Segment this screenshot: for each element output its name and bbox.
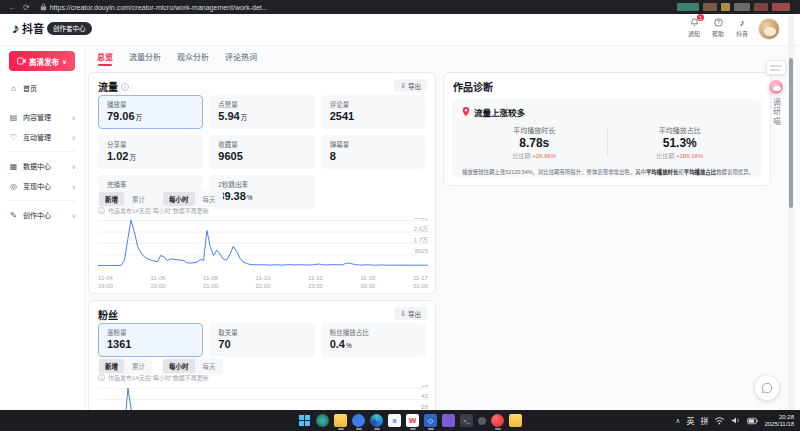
tab-group-olive[interactable] xyxy=(721,3,730,11)
svg-text:56: 56 xyxy=(421,385,428,388)
tab-traffic-analysis[interactable]: 流量分析 xyxy=(129,51,161,66)
chevron-down-icon: ∨ xyxy=(72,163,76,170)
battery-icon[interactable] xyxy=(747,417,758,425)
tab-group-red[interactable] xyxy=(772,3,790,11)
small-utility-icon[interactable] xyxy=(478,417,486,425)
metric-tile-bounce-rate[interactable]: 2秒跳出率 39.38% xyxy=(209,175,314,209)
browser-back-icon[interactable]: ← xyxy=(8,3,16,12)
taskbar-clock[interactable]: 20:28 2025/11/18 xyxy=(764,414,794,428)
svg-text:1.7万: 1.7万 xyxy=(414,237,428,244)
metric-tile-fan-play-ratio[interactable]: 粉丝播放占比 0.4% xyxy=(321,323,426,357)
wifi-icon[interactable] xyxy=(714,416,725,425)
metric-value: 1.02万 xyxy=(107,150,194,164)
tab-comment-hotwords[interactable]: 评论热词 xyxy=(225,51,257,66)
publish-button[interactable]: 高清发布 ∨ xyxy=(9,51,75,71)
tab-new[interactable]: 新增 xyxy=(99,192,124,206)
sidebar-item-data-center[interactable]: ▦ 数据中心 ∨ xyxy=(0,156,85,176)
windows-logo-icon xyxy=(299,415,310,426)
douyin-logo[interactable]: ♪ 抖音 创作者中心 xyxy=(12,20,92,36)
fans-export-button[interactable]: ⇩ 导出 xyxy=(394,307,427,320)
tab-daily[interactable]: 每天 xyxy=(197,359,222,373)
ime-english-indicator[interactable]: 英 xyxy=(686,415,694,426)
survey-cat-icon[interactable] xyxy=(768,79,784,95)
metric-value: 8.78s xyxy=(462,136,607,150)
tab-cumulative[interactable]: 累计 xyxy=(126,192,151,206)
browser-extension-blocks[interactable] xyxy=(677,3,790,11)
browser-globe-icon[interactable] xyxy=(352,414,365,427)
folder-app-icon[interactable] xyxy=(509,414,522,427)
tab-hourly[interactable]: 每小时 xyxy=(163,359,195,373)
survey-tooltip[interactable] xyxy=(766,60,786,75)
search-app-icon[interactable] xyxy=(316,414,329,427)
help-button[interactable]: ? 帮助 xyxy=(712,17,724,38)
brand-text: 抖音 xyxy=(22,20,44,36)
metric-label: 播放量 xyxy=(107,99,194,109)
purple-app-icon[interactable] xyxy=(442,414,455,427)
tab-daily[interactable]: 每天 xyxy=(197,192,222,206)
sidebar-item-monetization[interactable]: ◎ 变现中心 ∨ xyxy=(0,176,85,196)
notification-button[interactable]: 1 通知 xyxy=(688,17,700,38)
metric-tile-new-followers[interactable]: 涨粉量 1361 xyxy=(98,323,203,357)
metric-tile-plays[interactable]: 播放量 79.06万 xyxy=(98,95,203,129)
browser-refresh-icon[interactable]: ⟳ xyxy=(23,3,30,12)
sidebar-item-label: 创作中心 xyxy=(23,210,72,220)
fans-card-title: 粉丝 xyxy=(98,307,118,322)
survey-widget-label[interactable]: 调研喵 xyxy=(771,98,782,127)
terminal-icon[interactable]: >_ xyxy=(460,414,473,427)
metric-value: 51.3% xyxy=(608,136,753,150)
tab-cumulative[interactable]: 累计 xyxy=(126,359,151,373)
tray-expand-icon[interactable]: ∧ xyxy=(675,417,680,425)
traffic-trend-chart[interactable]: 3.5万2.6万1.7万8625 xyxy=(98,218,428,268)
info-icon[interactable]: i xyxy=(121,83,129,91)
tab-group-teal[interactable] xyxy=(677,3,699,11)
metric-tile-danmaku[interactable]: 弹幕量 8 xyxy=(321,135,426,169)
traffic-export-button[interactable]: ⇩ 导出 xyxy=(394,79,427,92)
metric-tile-comments[interactable]: 评论量 2541 xyxy=(321,95,426,129)
windows-taskbar: ≣ W ◇ >_ ∧ 英 拼 20:28 2025/11/18 xyxy=(0,410,800,431)
fans-note: i 作品发布14天后“每小时”数据不再更新 xyxy=(98,373,209,382)
export-label: 导出 xyxy=(408,309,421,319)
tab-overview[interactable]: 总览 xyxy=(97,51,113,66)
tab-audience-analysis[interactable]: 观众分析 xyxy=(177,51,209,66)
sidebar-item-label: 内容管理 xyxy=(23,112,72,122)
help-icon: ? xyxy=(713,17,724,28)
fans-metric-grid: 涨粉量 1361 取关量 70 粉丝播放占比 0.4% xyxy=(98,323,426,357)
speaker-icon[interactable] xyxy=(731,416,741,425)
metric-tile-likes[interactable]: 点赞量 5.94万 xyxy=(209,95,314,129)
metric-tile-favorites[interactable]: 收藏量 9605 xyxy=(209,135,314,169)
sidebar-item-content[interactable]: ▤ 内容管理 ∨ xyxy=(0,107,85,127)
metric-label: 涨粉量 xyxy=(107,327,194,337)
tab-group-brown[interactable] xyxy=(703,3,717,11)
red-app-icon[interactable] xyxy=(491,414,504,427)
customer-service-button[interactable] xyxy=(755,376,779,400)
wps-writer-icon[interactable]: W xyxy=(406,414,419,427)
sidebar-item-creation[interactable]: ✎ 创作中心 ∨ xyxy=(0,205,85,225)
screen: ← ⟳ https://creator.douyin.com/creator-m… xyxy=(0,0,800,431)
diagnosis-metric-ratio: 平均播放占比 51.3% 比往期 +186.16% xyxy=(608,125,753,160)
code-editor-icon[interactable]: ◇ xyxy=(424,414,437,427)
tab-group-gray[interactable] xyxy=(734,3,750,11)
x-axis-tick: 11-0821:00 xyxy=(203,274,218,290)
sidebar-item-interaction[interactable]: ♡ 互动管理 ∨ xyxy=(0,127,85,147)
tab-group-maroon[interactable] xyxy=(754,3,768,11)
browser-bar: ← ⟳ https://creator.douyin.com/creator-m… xyxy=(0,0,800,14)
douyin-app-button[interactable]: ♪ 抖音 xyxy=(736,17,748,38)
diagnosis-card: 作品诊断 流量上涨较多 平均播放时长 8.78s 比往期 +26.96% 平均播… xyxy=(443,72,771,186)
metric-tile-unfollows[interactable]: 取关量 70 xyxy=(209,323,314,357)
tab-new[interactable]: 新增 xyxy=(99,359,124,373)
metric-tile-shares[interactable]: 分享量 1.02万 xyxy=(98,135,203,169)
document-app-icon[interactable]: ≣ xyxy=(388,414,401,427)
diagnosis-card-title: 作品诊断 xyxy=(453,79,493,94)
header-actions: 1 通知 ? 帮助 ♪ 抖音 xyxy=(688,17,748,38)
ime-pinyin-indicator[interactable]: 拼 xyxy=(700,415,708,426)
user-avatar[interactable] xyxy=(758,18,780,40)
address-bar[interactable]: https://creator.douyin.com/creator-micro… xyxy=(40,3,268,11)
file-explorer-icon[interactable] xyxy=(334,414,347,427)
edge-browser-icon[interactable] xyxy=(370,414,383,427)
metric-value: 39.38% xyxy=(218,190,305,204)
start-button[interactable] xyxy=(298,414,311,427)
diagnosis-box: 流量上涨较多 平均播放时长 8.78s 比往期 +26.96% 平均播放占比 5… xyxy=(452,99,762,177)
sidebar-item-home[interactable]: ⌂ 首页 xyxy=(0,78,85,98)
fans-trend-chart[interactable]: 56422814 xyxy=(98,385,428,410)
tab-hourly[interactable]: 每小时 xyxy=(163,192,195,206)
